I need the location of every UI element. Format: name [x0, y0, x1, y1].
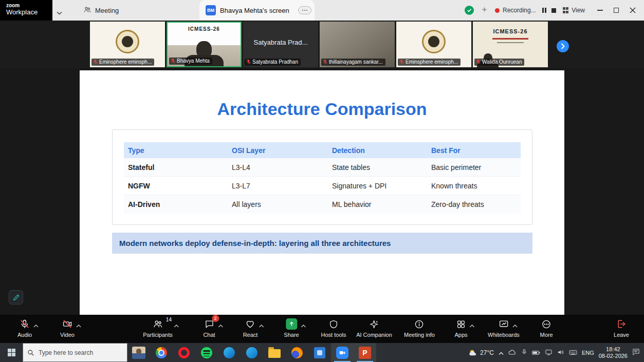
taskbar-clock[interactable]: 18:42 08-02-2026 [599, 346, 628, 359]
meeting-controls-toolbar: Audio Video 14 Participants 2 Chat [0, 315, 644, 343]
workplace-label: Workplace [6, 9, 52, 16]
title-bar: zoom Workplace Meeting BM Bhavya Mehta's… [0, 0, 644, 21]
muted-mic-icon [323, 59, 327, 65]
brand-chevron-down-icon[interactable] [57, 8, 62, 17]
muted-mic-icon [93, 59, 98, 65]
pencil-icon [12, 294, 20, 301]
participant-name-tag: Walida Ounruean [474, 59, 524, 66]
meeting-info-button[interactable]: Meeting info [404, 318, 435, 338]
keyboard-icon[interactable] [569, 348, 577, 357]
audio-options-chevron-icon[interactable] [33, 320, 39, 330]
share-button[interactable]: Share [284, 318, 299, 338]
participant-thumbnail[interactable]: thillainayagam sankar... [320, 22, 395, 67]
participant-display-name: Satyabrata Prad... [254, 39, 308, 50]
eminsphere-logo-icon [116, 30, 139, 53]
cloud-tray-icon[interactable] [508, 348, 517, 357]
search-input[interactable] [39, 349, 116, 356]
taskbar-app-icons: P [127, 343, 376, 362]
info-icon [415, 319, 425, 329]
ai-sparkle-icon[interactable] [481, 6, 488, 15]
chrome-icon[interactable] [150, 343, 173, 362]
volume-icon[interactable] [557, 348, 564, 357]
react-button[interactable]: React [243, 318, 258, 338]
presenter-thumbnail-icon[interactable] [127, 343, 150, 362]
leave-icon [616, 319, 627, 329]
next-participants-button[interactable] [557, 40, 569, 52]
security-shield-icon[interactable] [465, 6, 474, 15]
participant-thumbnail[interactable]: Satyabrata Prad... Satyabrata Pradhan [243, 22, 318, 67]
participants-options-chevron-icon[interactable] [174, 320, 179, 330]
slide-title: Architecture Comparison [80, 99, 564, 119]
audio-button[interactable]: Audio [17, 318, 32, 338]
tray-chevron-up-icon[interactable] [499, 348, 504, 357]
video-options-chevron-icon[interactable] [76, 320, 81, 330]
view-button[interactable]: View [563, 7, 585, 14]
apps-options-chevron-icon[interactable] [469, 320, 474, 330]
ai-sparkle-icon [370, 319, 379, 329]
conference-banner-text: ICMESS-26 [493, 28, 527, 34]
spotify-icon[interactable] [195, 343, 218, 362]
skype-icon[interactable] [241, 343, 263, 362]
participants-count: 14 [166, 317, 172, 322]
zoom-logo: zoom [6, 3, 52, 9]
file-explorer-icon[interactable] [263, 343, 286, 362]
maximize-button[interactable] [608, 0, 624, 21]
taskbar-search[interactable] [23, 343, 127, 362]
action-center-icon[interactable] [632, 348, 640, 357]
participants-button[interactable]: 14 Participants [143, 318, 172, 338]
close-button[interactable] [624, 0, 641, 21]
start-button[interactable] [0, 343, 23, 362]
react-options-chevron-icon[interactable] [259, 320, 264, 330]
ai-companion-button[interactable]: AI Companion [356, 318, 392, 338]
participant-thumbnail-active-speaker[interactable]: ICMESS-26 Bhavya Mehta [167, 22, 242, 67]
weather-widget[interactable]: 27°C [468, 349, 494, 357]
participant-thumbnail[interactable]: Eminsphere eminsph... [90, 22, 165, 67]
language-indicator[interactable]: ENG [582, 350, 594, 356]
recording-indicator: Recording... [495, 7, 556, 14]
battery-icon[interactable] [532, 348, 540, 357]
participant-thumbnail[interactable]: Eminsphere eminsph... [396, 22, 471, 67]
people-icon [83, 6, 91, 15]
recording-dot-icon [495, 8, 500, 13]
network-icon[interactable] [545, 348, 553, 357]
more-button[interactable]: More [540, 318, 553, 338]
leave-button[interactable]: Leave [614, 318, 629, 338]
shared-screen-stage: Architecture Comparison Type OSI Layer D… [0, 68, 644, 315]
edge-icon[interactable] [218, 343, 241, 362]
photos-icon[interactable] [308, 343, 331, 362]
participant-thumbnail[interactable]: ICMESS-26 Walida Ounruean [473, 22, 548, 67]
tab-shared-screen[interactable]: BM Bhavya Mehta's screen [199, 0, 315, 21]
mic-tray-icon[interactable] [521, 348, 527, 357]
participant-name-tag: Bhavya Mehta [169, 58, 212, 65]
shield-icon [328, 319, 338, 329]
participant-name-tag: Eminsphere eminsph... [398, 59, 461, 66]
meeting-tab-label: Meeting [95, 7, 119, 14]
host-tools-button[interactable]: Host tools [321, 318, 346, 338]
chat-button[interactable]: 2 Chat [203, 318, 215, 338]
table-row: AI-Driven All layers ML behavior Zero-da… [124, 195, 521, 214]
firefox-icon[interactable] [286, 343, 308, 362]
summary-banner: Modern networks deploy defense-in-depth:… [112, 233, 532, 254]
zoom-app-icon[interactable] [331, 343, 354, 362]
system-tray: 27°C ENG 18:42 08-02-2026 [468, 343, 644, 362]
apps-grid-icon [456, 319, 466, 329]
apps-button[interactable]: Apps [454, 318, 467, 338]
minimize-button[interactable] [592, 0, 608, 21]
tab-more-button[interactable] [298, 6, 311, 14]
tab-meeting[interactable]: Meeting [78, 0, 124, 21]
whiteboards-button[interactable]: Whiteboards [488, 318, 520, 338]
video-button[interactable]: Video [60, 318, 75, 338]
presentation-slide: Architecture Comparison Type OSI Layer D… [80, 70, 564, 315]
pause-recording-button[interactable] [542, 8, 546, 13]
powerpoint-icon[interactable]: P [354, 343, 376, 362]
muted-mic-icon [399, 59, 404, 65]
share-options-chevron-icon[interactable] [301, 320, 306, 330]
chat-options-chevron-icon[interactable] [218, 320, 223, 330]
mic-muted-icon [20, 319, 30, 329]
heart-icon [245, 319, 255, 329]
opera-icon[interactable] [173, 343, 195, 362]
stop-recording-button[interactable] [551, 8, 556, 13]
clock-date: 08-02-2026 [599, 353, 628, 359]
whiteboards-options-chevron-icon[interactable] [512, 320, 518, 330]
annotation-toolbar-button[interactable] [9, 290, 23, 304]
